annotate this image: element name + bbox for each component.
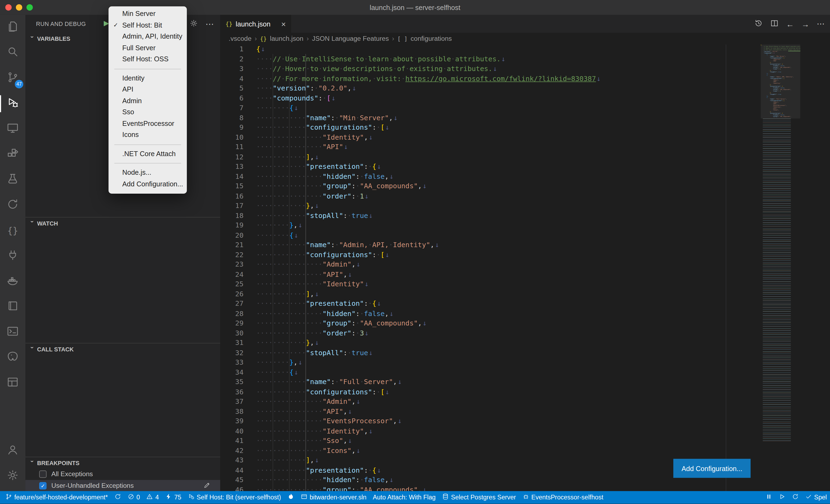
navigate-back-icon[interactable]: ←: [786, 20, 794, 28]
code-line[interactable]: 21············"name":·"Admin,·API,·Ident…: [220, 240, 752, 250]
split-editor-icon[interactable]: [770, 19, 779, 29]
activity-item-explorer[interactable]: [0, 15, 25, 40]
menu-item[interactable]: .NET Core Attach: [108, 148, 187, 159]
breadcrumb-item[interactable]: JSON Language Features: [312, 35, 389, 42]
code-line[interactable]: 8············"name":·"Min·Server",↓: [220, 113, 752, 123]
code-line[interactable]: 17············},↓: [220, 201, 752, 211]
line-number[interactable]: 3: [220, 64, 244, 74]
menu-item[interactable]: Admin, API, Identity: [108, 31, 187, 42]
activity-item-run-and-debug[interactable]: [0, 91, 25, 116]
line-number[interactable]: 30: [220, 329, 244, 338]
views-more-icon[interactable]: ⋯: [205, 20, 214, 28]
breadcrumb-item[interactable]: .vscode: [229, 35, 251, 42]
line-number[interactable]: 16: [220, 191, 244, 201]
line-number[interactable]: 10: [220, 133, 244, 142]
line-number[interactable]: 8: [220, 113, 244, 123]
add-configuration-button[interactable]: Add Configuration...: [673, 459, 751, 478]
breadcrumb-item[interactable]: launch.json: [270, 35, 304, 42]
line-number[interactable]: 24: [220, 270, 244, 279]
activity-item-testing[interactable]: [0, 167, 25, 193]
menu-item[interactable]: Icons: [108, 129, 187, 140]
menu-item[interactable]: Min Server: [108, 8, 187, 19]
code-line[interactable]: 30················"order":·3↓: [220, 329, 752, 338]
code-line[interactable]: 16················"order":·1↓: [220, 191, 752, 201]
line-number[interactable]: 22: [220, 250, 244, 260]
status-postgres-server[interactable]: Select Postgres Server: [439, 491, 519, 504]
code-line[interactable]: 9············"configurations":·[↓: [220, 123, 752, 133]
line-number[interactable]: 20: [220, 230, 244, 240]
line-number[interactable]: 4: [220, 74, 244, 83]
code-line[interactable]: 34········{↓: [220, 368, 752, 377]
section-call-stack[interactable]: › CALL STACK: [25, 343, 220, 355]
line-number[interactable]: 31: [220, 338, 244, 348]
minimap-slider[interactable]: [761, 44, 800, 119]
close-window-button[interactable]: [5, 4, 12, 11]
menu-item[interactable]: EventsProcessor: [108, 118, 187, 129]
section-watch[interactable]: › WATCH: [25, 217, 220, 229]
activity-item-remote-containers[interactable]: {}: [0, 218, 25, 243]
line-number[interactable]: 27: [220, 299, 244, 309]
line-number[interactable]: 18: [220, 211, 244, 221]
activity-item-layouts[interactable]: [0, 370, 25, 396]
line-number[interactable]: 21: [220, 240, 244, 250]
line-number[interactable]: 19: [220, 221, 244, 230]
more-actions-icon[interactable]: ⋯: [817, 19, 825, 29]
line-number[interactable]: 38: [220, 407, 244, 416]
activity-item-accounts[interactable]: [0, 438, 25, 464]
line-number[interactable]: 40: [220, 426, 244, 436]
breadcrumb-item[interactable]: configurations: [411, 35, 452, 42]
code-line[interactable]: 41················"Sso",↓: [220, 436, 752, 446]
code-line[interactable]: 27············"presentation":·{↓: [220, 299, 752, 309]
line-number[interactable]: 9: [220, 123, 244, 133]
line-number[interactable]: 12: [220, 152, 244, 162]
line-number[interactable]: 41: [220, 436, 244, 446]
line-number[interactable]: 42: [220, 446, 244, 456]
menu-item[interactable]: ✓Self Host: Bit: [108, 20, 187, 31]
activity-item-extensions[interactable]: [0, 142, 25, 167]
menu-item[interactable]: Node.js...: [108, 167, 187, 178]
code-line[interactable]: 22············"configurations":·[↓: [220, 250, 752, 260]
activity-item-power-tools[interactable]: [0, 243, 25, 269]
line-number[interactable]: 35: [220, 377, 244, 387]
status-flame[interactable]: [284, 491, 297, 504]
code-line[interactable]: 12············],↓: [220, 152, 752, 162]
debug-settings-gear-icon[interactable]: [189, 19, 198, 29]
code-line[interactable]: 28················"hidden":·false,↓: [220, 309, 752, 318]
line-number[interactable]: 11: [220, 142, 244, 152]
line-number[interactable]: 5: [220, 84, 244, 94]
minimize-window-button[interactable]: [16, 4, 23, 11]
breakpoint-row[interactable]: All Exceptions: [25, 468, 220, 480]
status-debug-continue[interactable]: [775, 491, 789, 504]
line-number[interactable]: 39: [220, 416, 244, 426]
line-number[interactable]: 15: [220, 181, 244, 191]
activity-item-notebooks[interactable]: [0, 294, 25, 320]
checkbox[interactable]: ✓: [39, 482, 46, 490]
menu-item[interactable]: Self Host: OSS: [108, 54, 187, 65]
line-number[interactable]: 23: [220, 260, 244, 270]
menu-item[interactable]: Sso: [108, 106, 187, 118]
line-number[interactable]: 7: [220, 103, 244, 113]
menu-item[interactable]: Full Server: [108, 42, 187, 54]
navigate-forward-icon[interactable]: →: [801, 20, 809, 28]
line-number[interactable]: 1: [220, 44, 244, 54]
checkbox[interactable]: [39, 471, 46, 478]
line-number[interactable]: 33: [220, 358, 244, 367]
code-line[interactable]: 3····//·Hover·to·view·descriptions·of·ex…: [220, 64, 752, 74]
code-line[interactable]: 13············"presentation":·{↓: [220, 162, 752, 172]
code-line[interactable]: 35············"name":·"Full·Server",↓: [220, 377, 752, 387]
code-line[interactable]: 44············"presentation":·{↓: [220, 465, 752, 475]
activity-item-docker[interactable]: [0, 269, 25, 294]
maximize-window-button[interactable]: [27, 4, 33, 11]
activity-item-terminal-view[interactable]: [0, 320, 25, 345]
line-number[interactable]: 17: [220, 201, 244, 211]
close-tab-icon[interactable]: ×: [281, 20, 286, 28]
code-line[interactable]: 42················"Icons",↓: [220, 446, 752, 456]
code-line[interactable]: 39················"EventsProcessor",↓: [220, 416, 752, 426]
status-debug-pause[interactable]: [762, 491, 775, 504]
code-line[interactable]: 7········{↓: [220, 103, 752, 113]
code-line[interactable]: 31············},↓: [220, 338, 752, 348]
line-number[interactable]: 43: [220, 456, 244, 465]
code-line[interactable]: 2····//·Use·IntelliSense·to·learn·about·…: [220, 54, 752, 64]
tab-launch-json[interactable]: {} launch.json ×: [220, 15, 291, 33]
code-line[interactable]: 32············"stopAll":·true↓: [220, 348, 752, 358]
